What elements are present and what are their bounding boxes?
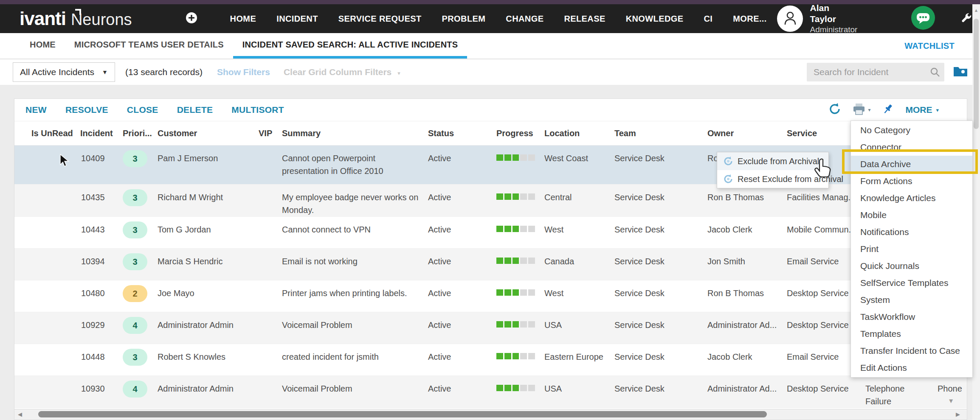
context-menu-item[interactable]: Print › <box>851 241 972 258</box>
more-button[interactable]: MORE ▾ <box>905 105 939 115</box>
user-avatar[interactable] <box>777 6 803 32</box>
column-header[interactable]: Location <box>544 129 614 138</box>
table-row[interactable]: 10443 3 Tom G Jordan Cannot connect to V… <box>14 217 967 249</box>
cell-progress <box>496 152 544 161</box>
context-menu-item[interactable]: Templates › <box>851 325 972 342</box>
column-header[interactable]: Incident <box>80 129 123 138</box>
cell-customer: Joe Mayo <box>158 287 259 300</box>
nav-item[interactable]: MORE... <box>723 14 777 24</box>
pin-button[interactable] <box>881 103 894 117</box>
cell-location: Canada <box>544 255 614 268</box>
search-input[interactable] <box>807 63 944 81</box>
cell-progress <box>496 350 544 359</box>
cell-owner: Jacob Clerk <box>707 350 787 363</box>
table-row[interactable]: 10930 4 Administrator Admin Voicemail Pr… <box>14 376 967 408</box>
watchlist-link[interactable]: WATCHLIST <box>904 33 980 59</box>
toolbar-action-button[interactable]: DELETE ▾ <box>177 105 213 115</box>
nav-item[interactable]: SERVICE REQUEST <box>328 14 432 24</box>
context-menu-item[interactable]: Notifications › <box>851 224 972 241</box>
cell-priority: 3 <box>123 223 158 238</box>
save-search-folder-button[interactable] <box>953 65 968 79</box>
nav-item[interactable]: CI <box>694 14 723 24</box>
context-menu-item-label: SelfService Templates <box>860 278 966 288</box>
toolbar-action-button[interactable]: CLOSE ▾ <box>127 105 158 115</box>
refresh-button[interactable] <box>828 103 841 117</box>
table-row[interactable]: 10448 3 Robert S Knowles created inciden… <box>14 344 967 376</box>
table-row[interactable]: 10394 3 Marcia S Hendric Email is not wo… <box>14 249 967 280</box>
clear-grid-filters-link[interactable]: Clear Grid Column Filters ▾ <box>284 67 400 77</box>
grid-scroll-down-arrow[interactable]: ▼ <box>948 397 954 404</box>
column-header[interactable]: VIP <box>259 129 282 138</box>
column-header[interactable]: Progress <box>496 129 544 138</box>
toolbar-action-button[interactable]: MULTISORT ▾ <box>231 105 284 115</box>
context-menu-item[interactable]: SelfService Templates › <box>851 274 972 291</box>
context-menu-item[interactable]: TaskWorkflow › <box>851 308 972 325</box>
context-menu-item[interactable]: Transfer Incident to Case › <box>851 342 972 359</box>
workspace-tab[interactable]: HOME × <box>20 33 65 59</box>
table-row[interactable]: 10435 3 Richard M Wright My employee bad… <box>14 185 967 217</box>
horizontal-scroll-thumb[interactable] <box>38 411 767 417</box>
toolbar-action-button[interactable]: NEW ▾ <box>25 105 47 115</box>
workspace-tab[interactable]: MICROSOFT TEAMS USER DETAILS × <box>65 33 233 59</box>
submenu-item-label: Reset Exclude from archival <box>738 174 843 184</box>
column-header[interactable]: Team <box>614 129 707 138</box>
context-menu-item[interactable]: Form Actions › <box>851 173 972 190</box>
column-header[interactable]: Is UnRead <box>31 129 80 138</box>
column-header[interactable]: Priori... <box>123 129 158 138</box>
search-icon[interactable] <box>930 67 940 79</box>
chat-button[interactable] <box>911 6 935 32</box>
vertical-scroll-thumb[interactable] <box>974 19 979 129</box>
cell-status: Active <box>428 223 496 236</box>
nav-item[interactable]: KNOWLEDGE <box>616 14 694 24</box>
context-menu-item-label: Edit Actions <box>860 363 966 373</box>
cell-status: Active <box>428 152 496 165</box>
cell-team: Service Desk <box>614 255 707 268</box>
scroll-up-arrow[interactable]: ▲ <box>972 8 980 13</box>
context-menu-item[interactable]: Edit Actions › <box>851 359 972 376</box>
table-row[interactable]: 10929 4 Administrator Admin Voicemail Pr… <box>14 312 967 344</box>
submenu-item[interactable]: Reset Exclude from archival <box>717 170 828 188</box>
cell-customer: Robert S Knowles <box>158 350 259 363</box>
context-menu-item[interactable]: Knowledge Articles › <box>851 190 972 207</box>
nav-item[interactable]: RELEASE <box>554 14 615 24</box>
more-label: MORE <box>905 105 932 115</box>
logo-trademark <box>75 9 81 15</box>
column-header[interactable]: Summary <box>282 129 428 138</box>
context-menu-item[interactable]: Quick Journals › <box>851 258 972 274</box>
scroll-left-arrow[interactable]: ◀ <box>18 411 22 417</box>
toolbar-action-button[interactable]: RESOLVE ▾ <box>65 105 108 115</box>
context-menu-item[interactable]: No Category › <box>851 122 972 139</box>
nav-item[interactable]: HOME <box>220 14 267 24</box>
settings-wrench-button[interactable] <box>961 12 972 25</box>
submenu-item[interactable]: Exclude from Archival <box>717 152 828 170</box>
cell-progress <box>496 287 544 296</box>
context-menu-item[interactable]: Data Archive › <box>851 156 972 173</box>
nav-item[interactable]: CHANGE <box>496 14 554 24</box>
column-header[interactable]: Customer <box>158 129 259 138</box>
saved-search-select[interactable]: All Active Incidents ▼ <box>13 62 115 82</box>
context-menu-item-label: No Category <box>860 125 966 135</box>
archive-refresh-icon <box>723 156 733 166</box>
cell-owner: Ron B Thomas <box>707 191 787 204</box>
cell-customer: Administrator Admin <box>158 319 259 331</box>
context-menu-item[interactable]: System › <box>851 291 972 308</box>
caret-down-icon: ▾ <box>868 107 870 113</box>
column-header[interactable]: Owner <box>707 129 787 138</box>
cell-summary: My employee badge never works on Monday. <box>282 191 428 216</box>
quick-add-button[interactable] <box>185 11 198 26</box>
progress-bar <box>496 353 535 359</box>
table-row[interactable]: 10480 2 Joe Mayo Printer jams when print… <box>14 280 967 312</box>
tab-label: MICROSOFT TEAMS USER DETAILS <box>74 40 224 50</box>
nav-item[interactable]: INCIDENT <box>266 14 328 24</box>
print-button[interactable]: ▾ <box>852 103 870 117</box>
tab-label: HOME <box>30 40 56 50</box>
context-menu-item-label: System <box>860 295 966 305</box>
workspace-tab[interactable]: INCIDENT SAVED SEARCH: ALL ACTIVE INCIDE… <box>233 33 467 59</box>
context-menu-item[interactable]: Mobile › <box>851 207 972 224</box>
show-filters-link[interactable]: Show Filters <box>217 67 270 77</box>
context-menu-item[interactable]: Connector › <box>851 139 972 156</box>
scroll-right-arrow[interactable]: ▶ <box>956 411 960 417</box>
column-header[interactable]: Status <box>428 129 496 138</box>
nav-item[interactable]: PROBLEM <box>432 14 496 24</box>
cell-location: Eastern Europe <box>544 350 614 363</box>
